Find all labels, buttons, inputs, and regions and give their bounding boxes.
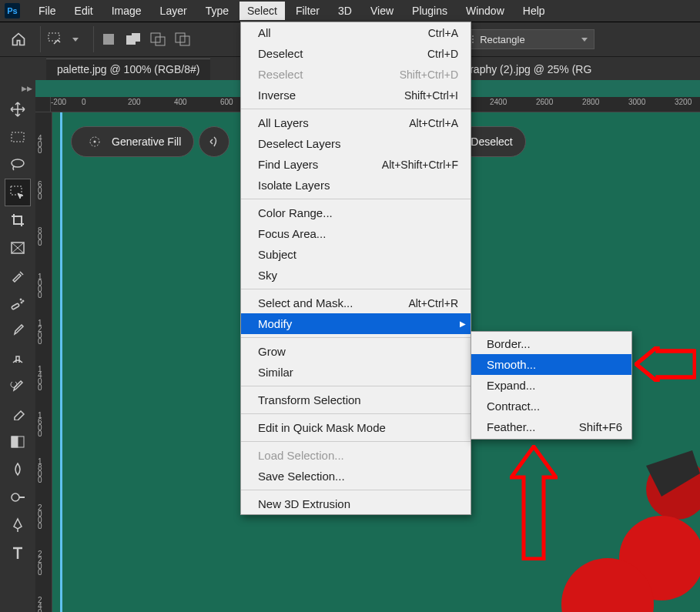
healing-brush-tool-icon[interactable] xyxy=(5,289,31,317)
marquee-tool-icon[interactable] xyxy=(5,123,31,151)
ruler-tick: 400 xyxy=(38,135,50,154)
menu-item-help[interactable]: Help xyxy=(515,2,553,20)
menu-item-focus-area[interactable]: Focus Area... xyxy=(241,223,471,244)
add-to-selection-icon[interactable] xyxy=(123,29,143,49)
mode-value: Rectangle xyxy=(480,34,525,45)
ruler-tick: 2600 xyxy=(536,98,553,106)
menu-item-label: Find Layers xyxy=(258,158,318,171)
crop-tool-icon[interactable] xyxy=(5,206,31,234)
menu-item-isolate-layers[interactable]: Isolate Layers xyxy=(241,175,471,196)
home-icon[interactable] xyxy=(5,28,32,51)
menubar: Ps FileEditImageLayerTypeSelectFilter3DV… xyxy=(0,0,700,22)
generative-fill-label: Generative Fill xyxy=(112,135,181,148)
submenu-item-label: Smooth... xyxy=(487,358,536,371)
move-tool-icon[interactable] xyxy=(5,95,31,123)
chevron-down-icon[interactable] xyxy=(70,38,81,42)
generative-fill-button[interactable]: Generative Fill xyxy=(71,126,194,157)
menu-item-find-layers[interactable]: Find LayersAlt+Shift+Ctrl+F xyxy=(241,154,471,175)
menu-item-edit[interactable]: Edit xyxy=(67,2,101,20)
menu-item-deselect[interactable]: DeselectCtrl+D xyxy=(241,43,471,64)
menu-item-label: Reselect xyxy=(258,68,303,81)
menu-item-file[interactable]: File xyxy=(31,2,64,20)
menu-item-view[interactable]: View xyxy=(363,2,401,20)
menu-item-image[interactable]: Image xyxy=(104,2,149,20)
menu-item-type[interactable]: Type xyxy=(198,2,236,20)
menu-item-label: Deselect xyxy=(258,47,303,60)
menu-item-window[interactable]: Window xyxy=(458,2,512,20)
submenu-item-expand[interactable]: Expand... xyxy=(471,375,631,396)
menu-item-layer[interactable]: Layer xyxy=(152,2,195,20)
svg-rect-20 xyxy=(12,436,18,447)
pen-tool-icon[interactable] xyxy=(5,511,31,539)
frame-tool-icon[interactable] xyxy=(5,234,31,262)
menu-item-select[interactable]: Select xyxy=(239,2,285,20)
menu-shortcut: Alt+Shift+Ctrl+F xyxy=(382,159,458,171)
ruler-tick: 1600 xyxy=(38,413,50,437)
annotation-arrow-right xyxy=(635,346,696,382)
submenu-item-label: Expand... xyxy=(487,379,535,392)
menu-item-all[interactable]: AllCtrl+A xyxy=(241,22,471,43)
menu-item-sky[interactable]: Sky xyxy=(241,265,471,286)
tool-panel: ▶▶ xyxy=(0,80,35,612)
type-tool-icon[interactable] xyxy=(5,539,31,567)
menu-item-save-selection[interactable]: Save Selection... xyxy=(241,466,471,487)
menu-shortcut: Ctrl+A xyxy=(428,27,458,39)
document-tab[interactable]: palette.jpg @ 100% (RGB/8#) xyxy=(46,59,210,80)
dodge-tool-icon[interactable] xyxy=(5,483,31,511)
ruler-corner xyxy=(35,97,51,112)
menu-item-subject[interactable]: Subject xyxy=(241,244,471,265)
ruler-tick: 0 xyxy=(82,98,86,106)
menu-item-select-and-mask[interactable]: Select and Mask...Alt+Ctrl+R xyxy=(241,293,471,313)
collapse-panel-icon[interactable]: ▶▶ xyxy=(22,85,35,95)
eyedropper-tool-icon[interactable] xyxy=(5,262,31,289)
canvas-content-object xyxy=(561,443,700,612)
lasso-tool-icon[interactable] xyxy=(5,151,31,179)
menu-item-grow[interactable]: Grow xyxy=(241,341,471,362)
svg-point-17 xyxy=(22,300,24,302)
menu-item-edit-in-quick-mask-mode[interactable]: Edit in Quick Mask Mode xyxy=(241,417,471,438)
menu-shortcut: Alt+Ctrl+A xyxy=(409,117,458,129)
menu-item-similar[interactable]: Similar xyxy=(241,362,471,383)
new-selection-icon[interactable] xyxy=(99,29,119,49)
menu-shortcut: Shift+Ctrl+I xyxy=(404,89,458,102)
menu-shortcut: Alt+Ctrl+R xyxy=(408,297,458,309)
ai-options-button[interactable] xyxy=(199,126,229,157)
menu-item-deselect-layers[interactable]: Deselect Layers xyxy=(241,133,471,154)
clone-stamp-tool-icon[interactable] xyxy=(5,345,31,373)
ps-logo-icon: Ps xyxy=(5,3,20,18)
ruler-tick: 1400 xyxy=(38,366,50,391)
chevron-down-icon xyxy=(581,38,588,42)
menu-item-new-3d-extrusion[interactable]: New 3D Extrusion xyxy=(241,493,471,514)
tool-preset-icon[interactable] xyxy=(45,29,65,49)
svg-point-16 xyxy=(20,299,22,300)
submenu-item-border[interactable]: Border... xyxy=(471,333,631,354)
menu-item-plugins[interactable]: Plugins xyxy=(404,2,455,20)
mode-dropdown[interactable]: Rectangle xyxy=(456,29,594,49)
menu-item-3d[interactable]: 3D xyxy=(330,2,360,20)
ruler-tick: 200 xyxy=(128,98,141,106)
svg-point-10 xyxy=(12,159,24,167)
menu-item-color-range[interactable]: Color Range... xyxy=(241,202,471,223)
menu-item-transform-selection[interactable]: Transform Selection xyxy=(241,390,471,410)
object-selection-tool-icon[interactable] xyxy=(5,179,31,206)
history-brush-tool-icon[interactable] xyxy=(5,373,31,400)
submenu-item-feather[interactable]: Feather...Shift+F6 xyxy=(471,416,631,437)
menu-shortcut: Ctrl+D xyxy=(427,48,458,60)
intersect-selection-icon[interactable] xyxy=(172,29,193,49)
menu-item-inverse[interactable]: InverseShift+Ctrl+I xyxy=(241,85,471,105)
menu-item-filter[interactable]: Filter xyxy=(288,2,327,20)
menu-item-label: Color Range... xyxy=(258,206,333,219)
submenu-item-label: Border... xyxy=(487,337,531,350)
submenu-item-contract[interactable]: Contract... xyxy=(471,396,631,416)
menu-item-modify[interactable]: Modify▶ xyxy=(241,313,471,334)
subtract-from-selection-icon[interactable] xyxy=(148,29,168,49)
brush-tool-icon[interactable] xyxy=(5,317,31,345)
menu-item-label: Similar xyxy=(258,366,293,379)
eraser-tool-icon[interactable] xyxy=(5,400,31,428)
gradient-tool-icon[interactable] xyxy=(5,428,31,456)
menu-item-all-layers[interactable]: All LayersAlt+Ctrl+A xyxy=(241,112,471,133)
blur-tool-icon[interactable] xyxy=(5,456,31,483)
canvas-edge-guide xyxy=(60,112,62,612)
submenu-item-smooth[interactable]: Smooth... xyxy=(471,354,631,375)
ruler-tick: 2000 xyxy=(38,505,50,530)
